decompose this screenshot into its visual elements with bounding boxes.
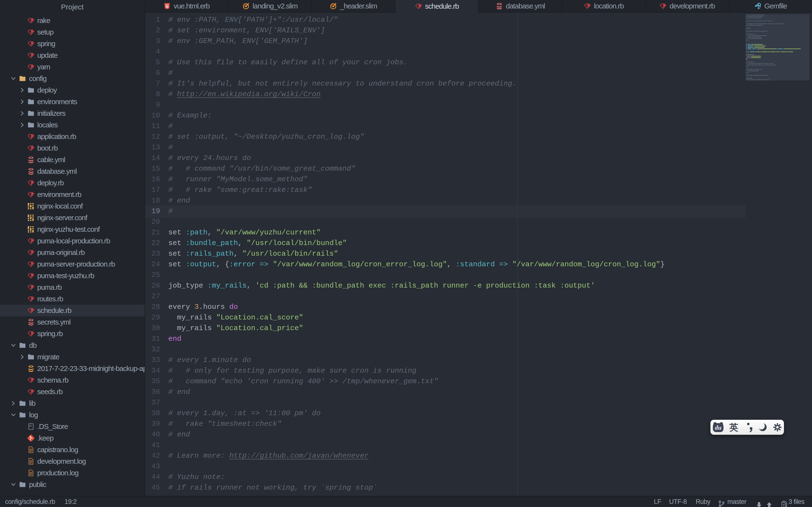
svg-text:du: du [715, 424, 721, 431]
